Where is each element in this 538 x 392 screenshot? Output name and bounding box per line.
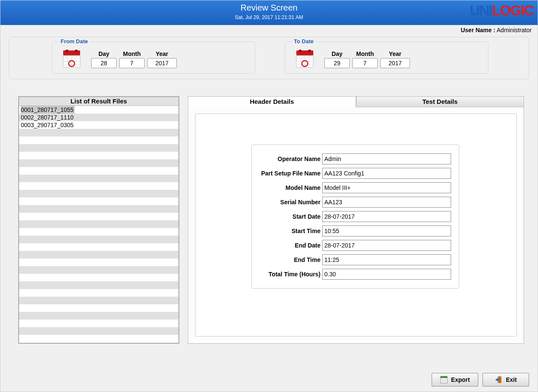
operator-name-label: Operator Name [256, 156, 322, 162]
tab-header-details[interactable]: Header Details [188, 96, 356, 107]
list-item[interactable] [19, 274, 178, 281]
day-label: Day [91, 50, 117, 57]
from-date-group: From Date Day28 Month7 [52, 42, 255, 74]
brand-logo: UNILOGIC [470, 2, 533, 19]
list-item[interactable] [19, 213, 178, 220]
logo-part-1: UNI [470, 2, 492, 18]
total-time-label: Total Time (Hours) [256, 271, 322, 278]
part-setup-file-name-label: Part Setup File Name [256, 170, 322, 177]
list-item[interactable] [19, 182, 178, 190]
month-label: Month [119, 50, 145, 57]
list-item[interactable]: 0003_290717_0305 [19, 121, 178, 129]
list-item[interactable] [19, 197, 178, 205]
start-date-label: Start Date [256, 213, 322, 220]
tab-test-details[interactable]: Test Details [356, 96, 524, 107]
list-item[interactable] [19, 266, 178, 274]
list-item[interactable] [19, 205, 178, 213]
list-item[interactable] [19, 243, 178, 251]
calendar-icon[interactable] [295, 50, 315, 69]
from-day-input[interactable]: 28 [91, 58, 117, 68]
list-item[interactable] [19, 304, 178, 312]
list-item[interactable] [19, 320, 178, 327]
model-name-label: Model Name [256, 184, 322, 191]
month-label: Month [352, 50, 378, 57]
main-area: List of Result Files 0001_280717_1055000… [0, 79, 538, 344]
operator-name-value[interactable]: Admin [322, 153, 451, 164]
end-date-label: End Date [256, 242, 322, 249]
start-time-label: Start Time [256, 228, 322, 234]
exit-button[interactable]: Exit [482, 373, 529, 386]
review-screen-window: Review Screen Sat, Jul 29, 2017 11:21:31… [0, 0, 538, 392]
end-time-label: End Time [256, 256, 322, 263]
export-button[interactable]: Export [432, 373, 478, 386]
from-date-legend: From Date [59, 38, 89, 44]
list-item[interactable] [19, 167, 178, 175]
from-month-input[interactable]: 7 [119, 58, 145, 68]
export-icon [440, 376, 448, 384]
user-bar: User Name : Administrator [0, 25, 538, 36]
header-details-form: Operator NameAdmin Part Setup File NameA… [251, 145, 459, 289]
logo-part-2: LOGIC [492, 2, 533, 18]
list-item[interactable] [19, 159, 178, 167]
list-item[interactable] [19, 144, 178, 152]
end-date-value[interactable]: 28-07-2017 [322, 240, 451, 251]
list-item[interactable]: 0002_280717_1110 [19, 114, 178, 121]
total-time-value[interactable]: 0.30 [322, 269, 451, 280]
part-setup-file-name-value[interactable]: AA123 Config1 [322, 168, 451, 179]
list-item[interactable] [19, 312, 178, 320]
serial-number-value[interactable]: AA123 [322, 197, 451, 208]
end-time-value[interactable]: 11:25 [322, 254, 451, 265]
app-header: Review Screen Sat, Jul 29, 2017 11:21:31… [0, 0, 538, 25]
start-date-value[interactable]: 28-07-2017 [322, 211, 451, 222]
calendar-icon[interactable] [61, 50, 82, 69]
model-name-value[interactable]: Model III+ [322, 182, 451, 193]
footer-buttons: Export Exit [432, 373, 529, 386]
list-item[interactable] [19, 220, 178, 228]
list-item[interactable] [19, 228, 178, 236]
from-year-input[interactable]: 2017 [147, 58, 177, 68]
date-range-panel: From Date Day28 Month7 [9, 37, 529, 79]
from-date-fields: Day28 Month7 Year2017 [91, 50, 177, 68]
serial-number-label: Serial Number [256, 199, 322, 206]
list-item[interactable] [19, 129, 178, 136]
list-item[interactable] [19, 327, 178, 335]
year-label: Year [147, 50, 177, 57]
svg-rect-12 [299, 50, 301, 52]
list-item[interactable] [19, 175, 178, 182]
to-day-input[interactable]: 29 [324, 58, 350, 68]
to-year-input[interactable]: 2017 [380, 58, 410, 68]
list-item[interactable] [19, 259, 178, 266]
list-body[interactable]: 0001_280717_10550002_280717_11100003_290… [19, 106, 178, 343]
page-title: Review Screen [0, 3, 538, 13]
details-panel: Header Details Test Details Operator Nam… [188, 96, 524, 344]
header-timestamp: Sat, Jul 29, 2017 11:21:31 AM [0, 14, 538, 20]
svg-rect-2 [75, 50, 78, 52]
list-item[interactable]: 0001_280717_1055 [19, 106, 178, 114]
list-item[interactable] [19, 251, 178, 259]
to-date-group: To Date Day29 Month7 [285, 42, 488, 74]
details-inner: Operator NameAdmin Part Setup File NameA… [195, 114, 517, 336]
day-label: Day [324, 50, 350, 57]
exit-button-label: Exit [506, 376, 517, 383]
list-item[interactable] [19, 190, 178, 197]
list-item[interactable] [19, 136, 178, 144]
to-date-fields: Day29 Month7 Year2017 [324, 50, 410, 68]
exit-icon [495, 376, 502, 384]
user-name-label: User Name : [461, 27, 496, 33]
list-item[interactable] [19, 289, 178, 297]
list-item[interactable] [19, 297, 178, 304]
list-item[interactable] [19, 281, 178, 289]
list-item[interactable] [19, 152, 178, 159]
year-label: Year [380, 50, 410, 57]
user-name-value: Administrator [497, 27, 532, 33]
to-month-input[interactable]: 7 [352, 58, 378, 68]
start-time-value[interactable]: 10:55 [322, 225, 451, 236]
svg-rect-1 [66, 50, 68, 52]
svg-rect-13 [308, 50, 311, 52]
export-button-label: Export [451, 376, 470, 383]
to-date-legend: To Date [292, 38, 315, 44]
list-header: List of Result Files [19, 97, 178, 106]
svg-rect-23 [440, 376, 447, 378]
result-files-list: List of Result Files 0001_280717_1055000… [18, 96, 179, 344]
list-item[interactable] [19, 236, 178, 243]
